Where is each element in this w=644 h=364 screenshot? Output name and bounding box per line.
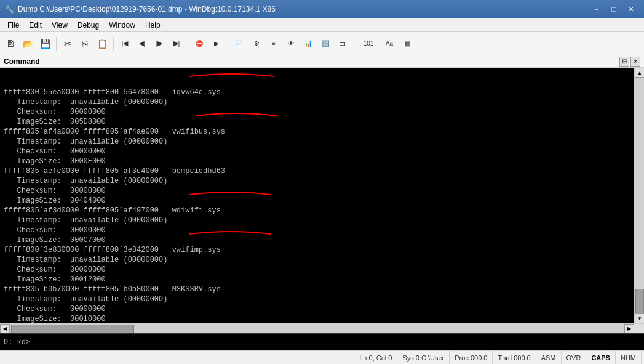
hscroll-container: ◀ ▶	[0, 323, 644, 333]
status-sys: Sys 0:C:\User	[397, 351, 450, 364]
status-num: NUM	[616, 351, 642, 364]
toolbar-btn-stack[interactable]: 📊	[300, 36, 316, 52]
command-prompt: 0: kd>	[4, 338, 30, 347]
toolbar: 🖹 📂 💾 ✂ ⎘ 📋 |◀ ◀| |▶ ▶| ⛔ ▶ 📄 ⚙ ≡ 👁 📊 🔢 …	[0, 32, 644, 55]
output-content: fffff800`55ea0000 fffff800`56478000 iqvw…	[4, 87, 633, 323]
title-bar: 🔧 Dump C:\Users\PC\Desktop\012919-7656-0…	[0, 0, 644, 18]
vertical-scrollbar[interactable]: ▲ ▼	[634, 68, 644, 323]
output-line: ImageSize: 00010000	[4, 314, 633, 323]
toolbar-sep-3	[188, 37, 188, 51]
menu-bar: File Edit View Debug Window Help	[0, 18, 644, 32]
toolbar-btn-opts[interactable]: ▦	[399, 36, 415, 52]
output-line: fffff805`aefc0000 fffff805`af3c4000 bcmp…	[4, 166, 633, 176]
output-line: fffff805`b0b70000 fffff805`b0b80000 MSKS…	[4, 285, 633, 294]
status-bar: Ln 0, Col 0 Sys 0:C:\User Proc 000:0 Thr…	[0, 350, 644, 364]
menu-edit[interactable]: Edit	[24, 18, 47, 31]
minimize-button[interactable]: −	[589, 3, 605, 15]
output-line: ImageSize: 005D8000	[4, 117, 633, 127]
toolbar-btn-6[interactable]: ◀|	[134, 36, 150, 52]
output-line: Timestamp: unavailable (00000000)	[4, 97, 633, 107]
output-line: ImageSize: 00012000	[4, 275, 633, 285]
toolbar-btn-locals[interactable]: ≡	[266, 36, 282, 52]
menu-file[interactable]: File	[2, 18, 24, 31]
output-line: Timestamp: unavailable (00000000)	[4, 176, 633, 186]
menu-view[interactable]: View	[47, 18, 73, 31]
output-line: ImageSize: 0000E000	[4, 156, 633, 166]
panel-close-button[interactable]: ✕	[630, 57, 640, 67]
output-line: fffff805`af4a0000 fffff805`af4ae000 vwif…	[4, 127, 633, 137]
menu-debug[interactable]: Debug	[73, 18, 104, 31]
toolbar-btn-watch[interactable]: 👁	[283, 36, 299, 52]
close-button[interactable]: ✕	[623, 3, 639, 15]
output-line: Timestamp: unavailable (00000000)	[4, 294, 633, 304]
toolbar-sep-4	[228, 37, 228, 51]
toolbar-btn-regs[interactable]: 🔢	[317, 36, 333, 52]
vscroll-thumb[interactable]	[635, 289, 644, 313]
toolbar-btn-mem[interactable]: 🗃	[335, 36, 351, 52]
output-line: Timestamp: unavailable (00000000)	[4, 137, 633, 147]
menu-help[interactable]: Help	[140, 18, 165, 31]
output-line: ImageSize: 00404000	[4, 196, 633, 206]
output-line: Checksum: 00000000	[4, 304, 633, 314]
output-line: Timestamp: unavailable (00000000)	[4, 255, 633, 265]
status-caps: CAPS	[586, 351, 616, 364]
main-area: fffff800`55ea0000 fffff800`56478000 iqvw…	[0, 68, 644, 350]
output-line: Timestamp: unavailable (00000000)	[4, 216, 633, 225]
app-icon: 🔧	[5, 5, 14, 14]
toolbar-btn-cut[interactable]: ✂	[60, 36, 76, 52]
toolbar-btn-new[interactable]: 🖹	[2, 36, 18, 52]
toolbar-btn-copy[interactable]: ⎘	[77, 36, 93, 52]
output-line: Checksum: 00000000	[4, 265, 633, 275]
status-thrd: Thrd 000:0	[493, 351, 536, 364]
vscroll-up-arrow[interactable]: ▲	[635, 68, 644, 78]
command-panel-header: Command ⊟ ✕	[0, 55, 644, 68]
toolbar-btn-asm[interactable]: ⚙	[248, 36, 264, 52]
output-line: Checksum: 00000000	[4, 107, 633, 117]
menu-window[interactable]: Window	[104, 18, 140, 31]
toolbar-sep-2	[113, 37, 114, 51]
toolbar-btn-font[interactable]: Aa	[381, 36, 398, 52]
toolbar-btn-break[interactable]: ⛔	[191, 36, 207, 52]
window-title: Dump C:\Users\PC\Desktop\012919-7656-01.…	[18, 5, 276, 14]
output-line: fffff800`3e830000 fffff800`3e842000 vwif…	[4, 245, 633, 255]
command-input-area: 0: kd>	[0, 333, 644, 350]
output-line: fffff805`af3d0000 fffff805`af497000 wdiw…	[4, 206, 633, 216]
toolbar-btn-save[interactable]: 💾	[37, 36, 53, 52]
toolbar-btn-8[interactable]: ▶|	[169, 36, 185, 52]
scroll-corner	[634, 324, 644, 334]
status-ovr: OVR	[562, 351, 587, 364]
hscroll-thumb[interactable]	[11, 325, 134, 333]
toolbar-btn-call[interactable]: 101	[357, 36, 380, 52]
output-line: fffff800`55ea0000 fffff800`56478000 iqvw…	[4, 87, 633, 97]
horizontal-scrollbar[interactable]: ◀ ▶	[0, 324, 634, 334]
toolbar-btn-5[interactable]: |◀	[117, 36, 133, 52]
output-line: Checksum: 00000000	[4, 147, 633, 156]
output-line: Checksum: 00000000	[4, 225, 633, 235]
panel-dock-button[interactable]: ⊟	[619, 57, 629, 67]
hscroll-right-arrow[interactable]: ▶	[624, 324, 634, 334]
status-asm: ASM	[536, 351, 562, 364]
hscroll-left-arrow[interactable]: ◀	[0, 324, 10, 334]
toolbar-btn-go[interactable]: ▶	[209, 36, 225, 52]
status-proc: Proc 000:0	[450, 351, 493, 364]
output-line: Checksum: 00000000	[4, 186, 633, 196]
status-ln-col: Ln 0, Col 0	[354, 351, 397, 364]
output-area[interactable]: fffff800`55ea0000 fffff800`56478000 iqvw…	[0, 68, 644, 323]
vscroll-down-arrow[interactable]: ▼	[635, 313, 644, 323]
hscroll-track[interactable]	[10, 324, 624, 334]
toolbar-btn-paste[interactable]: 📋	[94, 36, 110, 52]
maximize-button[interactable]: □	[606, 3, 622, 15]
toolbar-sep-1	[56, 37, 57, 51]
vscroll-track[interactable]	[635, 78, 644, 313]
toolbar-btn-open[interactable]: 📂	[20, 36, 36, 52]
toolbar-btn-source[interactable]: 📄	[231, 36, 247, 52]
toolbar-btn-7[interactable]: |▶	[151, 36, 167, 52]
command-panel-title: Command	[4, 57, 40, 66]
toolbar-sep-5	[354, 37, 354, 51]
output-line: ImageSize: 000C7000	[4, 235, 633, 245]
command-input[interactable]	[33, 338, 640, 347]
